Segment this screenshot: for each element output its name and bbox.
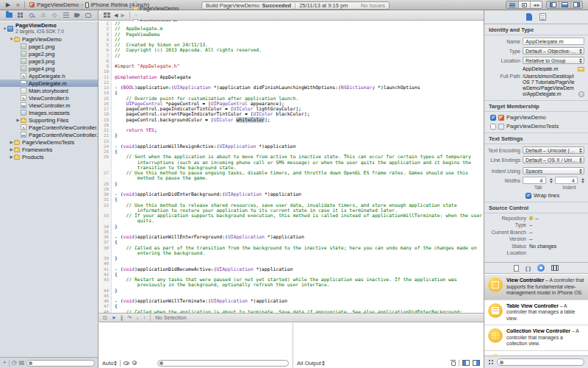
code-snippet-library-icon[interactable]: { }	[526, 266, 531, 271]
wrap-lines-checkbox[interactable]: ✓	[526, 193, 531, 199]
file-row[interactable]: Images.xcassets	[0, 109, 98, 116]
code-line[interactable]: 36- (void)applicationWillEnterForeground…	[98, 235, 484, 240]
code-line[interactable]: 21 return YES;	[98, 128, 484, 133]
code-line[interactable]: 28}	[98, 182, 484, 187]
disclosure-triangle[interactable]: ▶	[9, 147, 14, 152]
variables-view[interactable]: Auto	[98, 323, 293, 368]
recent-files-icon[interactable]: ◷	[12, 360, 17, 366]
line-endings-popup[interactable]: Default – OS X / Unix (LF)	[523, 156, 584, 163]
test-navigator-icon[interactable]: ◇	[51, 12, 58, 18]
disclosure-triangle[interactable]: ▶	[15, 118, 21, 122]
forward-button[interactable]: ▶	[121, 13, 124, 18]
debug-navigator-icon[interactable]	[62, 12, 69, 18]
library-view-toggle-icon[interactable]	[488, 359, 494, 365]
file-row[interactable]: page1.png	[0, 43, 98, 50]
disclosure-triangle[interactable]: ▼	[9, 37, 14, 41]
choose-folder-icon[interactable]	[578, 67, 584, 71]
disclosure-triangle[interactable]: ▼	[2, 26, 7, 31]
step-over-button[interactable]: ↷	[127, 314, 132, 321]
code-line[interactable]: 39}	[98, 256, 484, 261]
file-row[interactable]: Main.storyboard	[0, 87, 98, 94]
pause-button[interactable]: ∥	[121, 314, 123, 321]
stepper-arrows-icon[interactable]	[581, 178, 584, 183]
target-checkbox[interactable]	[490, 124, 496, 130]
file-row[interactable]: ▶Products	[0, 153, 98, 160]
breakpoint-navigator-icon[interactable]	[74, 12, 81, 18]
add-button[interactable]: +	[3, 360, 7, 366]
code-line[interactable]: 44}	[98, 289, 484, 294]
variables-filter-field[interactable]	[157, 360, 289, 367]
code-line[interactable]: 6// Copyright (c) 2013 Appcoda. All righ…	[98, 48, 484, 53]
file-row[interactable]: AppDelegate.h	[0, 72, 98, 79]
tab-width-stepper[interactable]: 4	[523, 177, 546, 184]
assistant-editor-button[interactable]	[518, 1, 530, 8]
library-item[interactable]: Collection View Controller – A controlle…	[484, 325, 588, 351]
file-row[interactable]: ▶Frameworks	[0, 146, 98, 153]
file-row[interactable]: page4.png	[0, 65, 98, 72]
file-row[interactable]: page2.png	[0, 50, 98, 57]
target-checkbox[interactable]: ✓	[490, 115, 496, 121]
library-item[interactable]: Navigation Controller – A controller tha…	[484, 351, 588, 355]
code-line[interactable]: 9#import "AppDelegate.h"	[98, 64, 484, 69]
toggle-debug-area-button[interactable]	[559, 1, 570, 8]
hide-debug-area-button[interactable]: ⊡	[103, 314, 107, 321]
file-row[interactable]: ▼PageViewDemo	[0, 35, 98, 43]
code-line[interactable]: 30- (void)applicationDidEnterBackground:…	[98, 192, 484, 197]
code-line[interactable]: 11@implementation AppDelegate	[98, 75, 484, 80]
file-row[interactable]: PageContentViewController.h	[0, 124, 98, 131]
scm-status-icon[interactable]: ▤	[19, 360, 25, 366]
code-line[interactable]: quits.	[98, 219, 484, 224]
file-row[interactable]: ▶PageViewDemoTests	[0, 138, 98, 146]
code-line[interactable]: 46- (void)applicationWillTerminate:(UIAp…	[98, 299, 484, 304]
code-line[interactable]: 22}	[98, 133, 484, 138]
project-navigator-icon[interactable]	[6, 12, 12, 18]
issue-navigator-icon[interactable]: ⚠	[40, 12, 46, 18]
print-description-icon[interactable]	[132, 361, 137, 365]
code-line[interactable]: 3// PageViewDemo	[98, 32, 484, 38]
source-editor[interactable]: 1//2// AppDelegate.m3// PageViewDemo4//5…	[98, 21, 484, 313]
stepper-arrows-icon[interactable]	[550, 178, 553, 183]
code-line[interactable]: 19 pageControl.backgroundColor = [UIColo…	[98, 118, 484, 123]
code-line[interactable]: 34}	[98, 224, 484, 230]
toggle-utilities-button[interactable]	[570, 1, 582, 8]
code-line[interactable]: 41- (void)applicationDidBecomeActive:(UI…	[98, 267, 484, 272]
navigator-filter-field[interactable]	[26, 360, 95, 367]
code-line[interactable]: previously in the background, optionally…	[98, 283, 484, 288]
reveal-arrow-icon[interactable]: →	[578, 91, 584, 97]
library-item[interactable]: Table View Controller – A controller tha…	[484, 300, 588, 326]
console-scope-popup[interactable]: All Output	[297, 360, 325, 367]
breadcrumb-item[interactable]: PageViewDemo	[133, 5, 248, 12]
step-into-button[interactable]: ↓	[136, 314, 139, 321]
indent-using-popup[interactable]: Spaces	[523, 167, 584, 174]
step-out-button[interactable]: ↑	[143, 314, 146, 321]
search-navigator-icon[interactable]	[29, 12, 35, 18]
scheme-selector[interactable]: PageViewDemo › iPhone Retina (4-inch)	[29, 1, 149, 8]
run-button[interactable]: ▶	[6, 1, 10, 9]
standard-editor-button[interactable]	[506, 1, 518, 8]
variables-scope-popup[interactable]: Auto	[102, 360, 117, 367]
code-line[interactable]: 24- (void)applicationWillResignActive:(U…	[98, 144, 484, 149]
code-line[interactable]: 33 // If your application supports backg…	[98, 213, 484, 219]
object-library-icon[interactable]	[537, 264, 545, 272]
code-line[interactable]: method to pause the game.	[98, 176, 484, 181]
type-popup[interactable]: Default – Objective-C So…	[523, 47, 584, 54]
location-popup[interactable]: Relative to Group	[523, 57, 584, 64]
library-item[interactable]: View Controller – A controller that supp…	[484, 275, 588, 300]
file-row[interactable]: ▶Supporting Files	[0, 116, 98, 124]
file-row[interactable]: AppDelegate.m	[0, 79, 98, 87]
show-console-toggle[interactable]	[473, 360, 480, 366]
file-row[interactable]: ViewController.h	[0, 94, 98, 102]
clear-console-icon[interactable]	[451, 360, 456, 366]
show-variables-toggle[interactable]	[462, 360, 470, 366]
related-items-icon[interactable]	[104, 13, 110, 18]
file-template-library-icon[interactable]	[514, 265, 519, 272]
library-search-field[interactable]	[497, 358, 584, 366]
disclosure-triangle[interactable]: ▶	[9, 140, 14, 144]
log-navigator-icon[interactable]	[85, 12, 92, 18]
file-row[interactable]: ViewController.m	[0, 102, 98, 109]
toggle-navigator-button[interactable]	[547, 1, 559, 8]
indent-width-stepper[interactable]: 4	[555, 177, 578, 184]
code-line[interactable]: 7//	[98, 54, 484, 59]
media-library-icon[interactable]	[551, 265, 559, 271]
disclosure-triangle[interactable]: ▶	[9, 155, 14, 159]
